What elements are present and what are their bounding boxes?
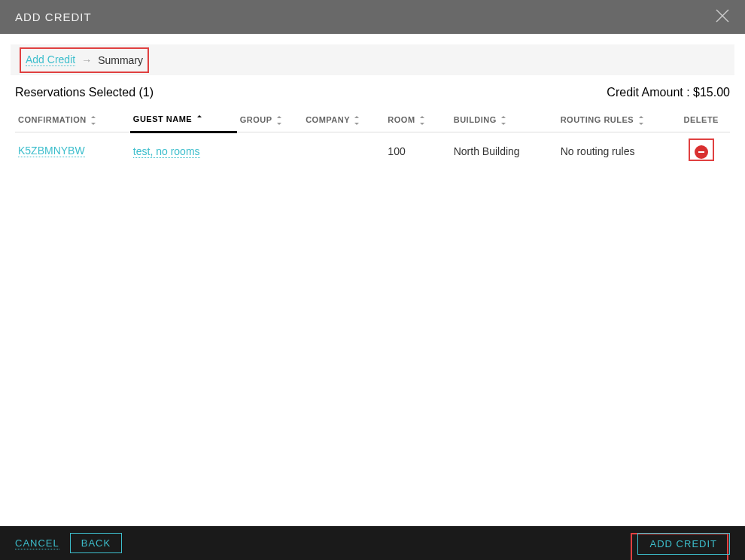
company-cell [303,132,385,170]
close-icon[interactable] [715,7,730,28]
sort-asc-icon [197,116,203,123]
column-routing-rules[interactable]: ROUTING RULES [558,107,673,132]
column-label: ROOM [388,115,415,124]
column-company[interactable]: COMPANY [303,107,385,132]
sort-icon [501,117,507,124]
delete-button[interactable] [695,145,708,159]
breadcrumb: Add Credit → Summary [26,53,719,66]
sort-icon [420,117,426,124]
column-building[interactable]: BUILDING [451,107,558,132]
sort-icon [91,117,97,124]
breadcrumb-bar: Add Credit → Summary [11,44,734,75]
reservations-count: Reservations Selected (1) [15,86,154,99]
footer-bar: CANCEL BACK ADD CREDIT [0,526,745,560]
column-label: GUEST NAME [133,114,192,123]
table-row: K5ZBMNYBW test, no rooms 100 North Build… [15,132,730,170]
column-confirmation[interactable]: CONFIRMATION [15,107,130,132]
guest-name-link[interactable]: test, no rooms [133,145,200,158]
footer-left: CANCEL BACK [15,533,122,553]
back-button[interactable]: BACK [70,533,122,553]
reservations-table: CONFIRMATION GUEST NAME GROUP COMPANY RO… [15,107,730,169]
credit-amount-label: Credit Amount : $15.00 [607,86,730,99]
column-guest-name[interactable]: GUEST NAME [130,107,237,132]
column-label: BUILDING [454,115,497,124]
sort-icon [639,117,645,124]
breadcrumb-summary: Summary [98,54,143,66]
add-credit-button[interactable]: ADD CREDIT [637,533,730,555]
routing-rules-cell: No routing rules [558,132,673,170]
arrow-right-icon: → [81,54,92,66]
group-cell [237,132,303,170]
column-label: CONFIRMATION [18,115,87,124]
cancel-button[interactable]: CANCEL [15,537,59,549]
confirmation-link[interactable]: K5ZBMNYBW [18,145,85,157]
column-group[interactable]: GROUP [237,107,303,132]
building-cell: North Building [451,132,558,170]
modal-header: ADD CREDIT [0,0,745,34]
column-room[interactable]: ROOM [385,107,450,132]
column-label: ROUTING RULES [561,115,634,124]
modal-title: ADD CREDIT [15,11,92,23]
column-label: DELETE [684,115,719,124]
info-bar: Reservations Selected (1) Credit Amount … [0,75,745,107]
sort-icon [354,117,360,124]
column-label: GROUP [240,115,272,124]
footer-right: ADD CREDIT [637,537,730,550]
column-delete: DELETE [673,107,731,132]
column-label: COMPANY [306,115,350,124]
room-cell: 100 [385,132,450,170]
breadcrumb-add-credit[interactable]: Add Credit [26,53,75,66]
table-container: CONFIRMATION GUEST NAME GROUP COMPANY RO… [0,107,745,169]
sort-icon [277,117,283,124]
